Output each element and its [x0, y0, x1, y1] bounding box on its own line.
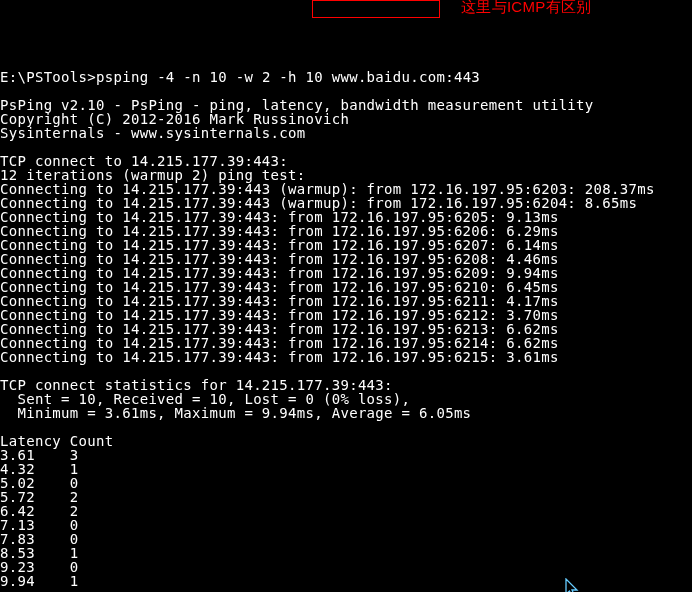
- terminal-output: E:\PSTools>psping -4 -n 10 -w 2 -h 10 ww…: [0, 56, 692, 588]
- psping-site: Sysinternals - www.sysinternals.com: [0, 125, 306, 141]
- entered-command: psping -4 -n 10 -w 2 -h 10 www.baidu.com…: [96, 69, 480, 85]
- histogram-row: 9.94 1: [0, 573, 79, 589]
- shell-prompt: E:\PSTools>: [0, 69, 96, 85]
- ping-line: Connecting to 14.215.177.39:443: from 17…: [0, 349, 559, 365]
- stats-minmax-line: Minimum = 3.61ms, Maximum = 9.94ms, Aver…: [0, 405, 471, 421]
- command-line[interactable]: E:\PSTools>psping -4 -n 10 -w 2 -h 10 ww…: [0, 69, 480, 85]
- red-annotation-text: 这里与ICMP有区别: [461, 0, 592, 14]
- red-annotation-box: [312, 0, 440, 18]
